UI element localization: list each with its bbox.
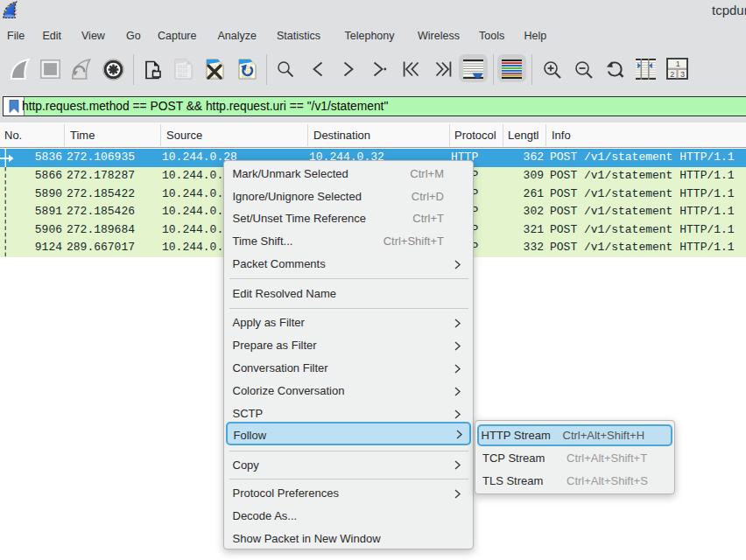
- svg-text:3: 3: [680, 70, 685, 79]
- svg-text:2: 2: [670, 70, 674, 79]
- svg-text:1: 1: [676, 60, 680, 68]
- svg-text:0111: 0111: [178, 74, 187, 78]
